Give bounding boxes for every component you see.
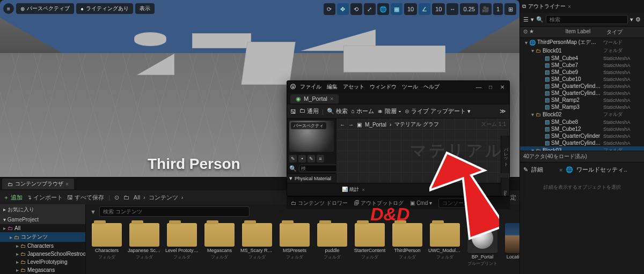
close-icon[interactable]: × xyxy=(330,95,333,102)
material-graph[interactable]: ← → ▣ M_Portal › マテリアル グラフ ズーム 1:1 マテリアル… xyxy=(336,119,509,183)
substrate-tab[interactable]: Subs.. xyxy=(501,177,509,196)
asset-item[interactable]: Japanese Schoolフォルダ xyxy=(128,223,161,266)
crumb-asset-name[interactable]: M_Portal xyxy=(365,122,386,128)
chevron-down-icon[interactable]: ▾ xyxy=(630,16,633,23)
scale-tool-icon[interactable]: ⤢ xyxy=(364,3,376,15)
tab-mportal[interactable]: ◉ M_Portal × xyxy=(290,94,339,103)
live-update-dropdown[interactable]: ⊙ ライブ アップデート ▾ xyxy=(405,107,471,115)
scale-snap-toggle[interactable]: ↔ xyxy=(447,3,458,15)
asset-item[interactable]: Level Prototypingフォルダ xyxy=(165,223,199,266)
history-back-button[interactable]: ⊙ xyxy=(114,194,119,201)
crumb-all[interactable]: All xyxy=(134,194,140,201)
favorites-header[interactable]: ▸ お気に入り xyxy=(0,204,85,215)
col-item-label[interactable]: Item Label xyxy=(562,27,605,38)
hierarchy-dropdown[interactable]: ⩩ 階層 ▾ xyxy=(377,107,401,115)
close-icon[interactable]: × xyxy=(568,4,571,10)
scale-snap-value[interactable]: 0.25 xyxy=(460,3,478,15)
search-button[interactable]: 🔍 検索 xyxy=(327,107,348,115)
outliner-row[interactable]: ▧SM_Cube8StaticMeshA xyxy=(520,119,644,125)
import-button[interactable]: ↴ インポート xyxy=(27,194,63,202)
nav-fwd-icon[interactable]: → xyxy=(348,122,354,128)
outliner-row[interactable]: ▧SM_Ramp3StaticMeshA xyxy=(520,103,644,110)
asset-item[interactable]: UWC_Modular Skyscraperフォルダ xyxy=(428,223,462,266)
outliner-row[interactable]: ▧SM_Cube9StaticMeshA xyxy=(520,69,644,76)
preview-tool-icon[interactable]: ≡ xyxy=(317,155,324,162)
outliner-row[interactable]: ▧SM_QuarterCylinderStaticMeshA xyxy=(520,132,644,139)
crumb-graph-name[interactable]: マテリアル グラフ xyxy=(394,121,439,128)
perspective-dropdown[interactable]: ⊕ パースペクティブ xyxy=(16,3,74,14)
camera-speed-value[interactable]: 1 xyxy=(493,3,503,15)
asset-item[interactable]: MSPresetsフォルダ xyxy=(278,223,311,266)
maximize-viewport-icon[interactable]: ⊞ xyxy=(504,3,516,15)
crumb-content[interactable]: コンテンツ xyxy=(149,194,178,202)
asset-item[interactable]: StarterContentフォルダ xyxy=(353,223,386,266)
save-all-button[interactable]: 🖫 すべて保存 xyxy=(67,194,104,202)
maximize-button[interactable]: □ xyxy=(487,84,494,90)
cmd-dropdown[interactable]: ▣ Cmd ▾ xyxy=(410,200,432,206)
browse-button[interactable]: 🗀 通用 xyxy=(299,107,319,115)
menu-ツール[interactable]: ツール xyxy=(402,83,418,91)
grid-snap-value[interactable]: 10 xyxy=(404,3,417,15)
show-dropdown[interactable]: 表示 xyxy=(135,3,155,14)
outliner-row[interactable]: ▧SM_Cube7StaticMeshA xyxy=(520,62,644,69)
preview-mode-pill[interactable]: パースペクティ xyxy=(291,122,326,129)
asset-grid[interactable]: CharactersフォルダJapanese SchoolフォルダLevel P… xyxy=(86,219,579,271)
tree-item[interactable]: ▸🗀Characters xyxy=(0,242,85,250)
outliner-row[interactable]: ▾🌐ThirdPersonMap (エディタ)ワールド xyxy=(520,38,644,47)
nav-back-icon[interactable]: ← xyxy=(340,122,345,128)
move-tool-icon[interactable]: ✥ xyxy=(337,3,349,15)
outliner-row[interactable]: ▾🗀Block03フォルダ xyxy=(520,146,644,151)
viewport-menu-button[interactable]: ≡ xyxy=(3,3,14,14)
home-button[interactable]: ⌂ ホーム xyxy=(351,107,374,115)
save-button[interactable]: 🖫 xyxy=(290,108,296,115)
tab-content-browser[interactable]: 🗀 コンテンツブラウザ × xyxy=(2,179,74,189)
gear-icon[interactable]: ⚙ xyxy=(635,16,641,23)
outliner-row[interactable]: ▧SM_Cube12StaticMeshA xyxy=(520,125,644,132)
menu-ファイル[interactable]: ファイル xyxy=(300,83,321,91)
material-editor-window[interactable]: ⓤ ファイル編集アセットウィンドウツールヘルプ — □ ✕ ◉ M_Portal… xyxy=(287,80,510,196)
window-titlebar[interactable]: ⓤ ファイル編集アセットウィンドウツールヘルプ — □ ✕ xyxy=(287,81,509,93)
close-button[interactable]: ✕ xyxy=(499,84,506,90)
outliner-search-input[interactable] xyxy=(546,15,628,24)
outliner-row[interactable]: ▾🗀Block01フォルダ xyxy=(520,47,644,55)
outliner-row[interactable]: ▧SM_Cube10StaticMeshA xyxy=(520,76,644,83)
history-fwd-button[interactable]: 🗀 xyxy=(123,194,129,201)
outliner-row[interactable]: ▧SM_QuarterCylinder6StaticMeshA xyxy=(520,90,644,97)
camera-speed-icon[interactable]: 🎥 xyxy=(480,3,492,15)
stats-tab[interactable]: 📊 統計 xyxy=(342,186,359,193)
asset-item[interactable]: Megascansフォルダ xyxy=(203,223,236,266)
gizmo-local-icon[interactable]: ⟳ xyxy=(324,3,335,15)
outliner-row[interactable]: ▾🗀Block02フォルダ xyxy=(520,110,644,119)
palette-tab[interactable]: パレット xyxy=(501,136,509,173)
grid-snap-toggle[interactable]: ▦ xyxy=(391,3,402,15)
close-icon[interactable]: × xyxy=(559,167,562,173)
menu-アセット[interactable]: アセット xyxy=(343,83,364,91)
tree-item[interactable]: ▸🗀JapaneseSchoolRestroom xyxy=(0,250,85,258)
outliner-row[interactable]: ▧SM_Ramp2StaticMeshA xyxy=(520,97,644,103)
asset-item[interactable]: Charactersフォルダ xyxy=(90,223,123,266)
filter-icon[interactable]: ▼ xyxy=(90,209,96,215)
outliner-tree[interactable]: ▾🌐ThirdPersonMap (エディタ)ワールド▾🗀Block01フォルダ… xyxy=(520,38,644,151)
preview-tool-icon[interactable]: ✎ xyxy=(289,155,297,162)
tab-details[interactable]: 詳細 xyxy=(531,166,543,174)
preview-tool-icon[interactable]: • xyxy=(298,155,306,162)
outliner-row[interactable]: ▧SM_QuarterCylinder2StaticMeshA xyxy=(520,139,644,146)
console-input[interactable]: コンソールコ xyxy=(438,198,478,208)
rotate-tool-icon[interactable]: ⟲ xyxy=(350,3,362,15)
asset-item[interactable]: BP_Portalブループリント xyxy=(466,223,499,266)
tree-item[interactable]: ▸🗀LevelPrototyping xyxy=(0,258,85,266)
search-input[interactable] xyxy=(99,206,250,217)
tab-outliner[interactable]: ⧉ アウトライナー × xyxy=(522,3,571,10)
close-icon[interactable]: × xyxy=(362,187,365,192)
outliner-row[interactable]: ▧SM_QuarterCylinder3StaticMeshA xyxy=(520,83,644,90)
tree-item[interactable]: ▸🗀Megascans xyxy=(0,266,85,274)
col-type[interactable]: タイプ xyxy=(604,27,644,38)
menu-ヘルプ[interactable]: ヘルプ xyxy=(423,83,440,91)
outliner-row[interactable]: ▧SM_Cube4StaticMeshA xyxy=(520,55,644,62)
asset-item[interactable]: ThirdPersonフォルダ xyxy=(391,223,424,266)
add-button[interactable]: ＋ 追加 xyxy=(3,194,23,202)
asset-item[interactable]: puddleフォルダ xyxy=(316,223,349,266)
tab-world-settings[interactable]: ワールドセッティ.. xyxy=(576,166,627,174)
filter-icon[interactable]: ☰ xyxy=(523,16,529,23)
output-log-button[interactable]: 🗐 アウトプットログ xyxy=(354,199,404,207)
